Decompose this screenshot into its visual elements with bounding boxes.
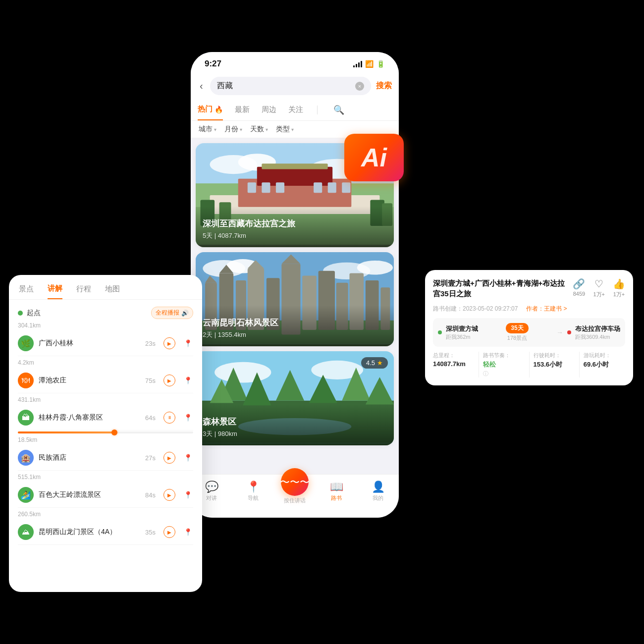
navigation-icon: 📍 — [247, 481, 260, 493]
route-time-2: 75s — [145, 377, 156, 384]
tab-hot[interactable]: 热门 🔥 — [198, 99, 223, 120]
left-lecture-panel: 景点 讲解 行程 地图 起点 全程播报 🔊 304.1km 🌿 广西小桂林 23… — [9, 275, 202, 592]
filter-days[interactable]: 天数 ▾ — [250, 125, 268, 134]
thumb-action[interactable]: 👍 1万+ — [613, 278, 625, 298]
km-304: 304.1km — [18, 322, 193, 329]
clear-search-button[interactable]: × — [355, 82, 364, 91]
signal-icon — [353, 61, 362, 67]
routebook-icon: 📖 — [330, 481, 343, 493]
travel-card-3[interactable]: 4.5 ★ 森林景区 3天 | 980km — [196, 351, 394, 445]
card-stats: 总里程： 14087.7km 路书节奏： 轻松 ⓘ 行驶耗时： 153.6小时 … — [433, 352, 625, 377]
filter-city[interactable]: 城市 ▾ — [199, 125, 216, 134]
search-button[interactable]: 搜索 — [376, 81, 392, 91]
card-overlay-1: 深圳至西藏布达拉宫之旅 5天 | 4087.7km — [196, 206, 394, 247]
tab-map[interactable]: 地图 — [105, 284, 120, 299]
route-item-6: ⛰ 昆明西山龙门景区（4A） 35s ▶ 📍 — [18, 520, 193, 545]
location-btn-4[interactable]: 📍 — [182, 452, 193, 463]
center-talk-button[interactable]: 〜〜〜 — [281, 468, 309, 496]
route-item-4: 🏨 民族酒店 27s ▶ 📍 — [18, 445, 193, 471]
pause-btn-3[interactable]: ⏸ — [163, 412, 175, 424]
speaker-icon: 🔊 — [181, 310, 189, 317]
route-icon-5: 🏄 — [18, 487, 34, 503]
tab-follow[interactable]: 关注 — [288, 100, 303, 120]
author-link[interactable]: 作者：王建书 > — [526, 305, 567, 312]
broadcast-btn[interactable]: 全程播报 🔊 — [151, 307, 193, 319]
nav-label-talk: 对讲 — [206, 494, 217, 502]
play-btn-2[interactable]: ▶ — [163, 375, 175, 386]
stat-divider-2 — [529, 352, 530, 377]
location-btn-6[interactable]: 📍 — [182, 527, 193, 537]
end-city-name: 布达拉宫停车场 — [575, 324, 620, 333]
search-input-wrap[interactable]: 西藏 × — [210, 77, 371, 95]
route-name-5: 百色大王岭漂流景区 — [39, 490, 140, 499]
stat-drive-value: 153.6小时 — [534, 360, 575, 369]
progress-fill-3 — [18, 431, 114, 433]
travel-card-2[interactable]: 云南昆明石林风景区 2天 | 1355.4km — [196, 252, 394, 346]
route-time-3: 64s — [145, 414, 156, 422]
tab-itinerary[interactable]: 行程 — [76, 284, 91, 299]
location-btn-3[interactable]: 📍 — [182, 412, 193, 423]
tab-nearby[interactable]: 周边 — [262, 100, 276, 120]
chevron-down-icon-2: ▾ — [240, 127, 242, 132]
main-phone: 9:27 📶 🔋 ‹ 西藏 × 搜索 热门 🔥 最新 — [191, 52, 399, 518]
tab-separator — [317, 106, 318, 114]
start-city-info: 深圳壹方城 距我362m — [446, 324, 478, 341]
card-subtitle-2: 2天 | 1355.4km — [203, 330, 387, 339]
back-button[interactable]: ‹ — [198, 80, 205, 92]
location-btn-5[interactable]: 📍 — [182, 489, 193, 500]
search-bar: ‹ 西藏 × 搜索 — [191, 73, 399, 99]
tab-lecture[interactable]: 讲解 — [48, 284, 62, 299]
stat-divider-3 — [579, 352, 580, 377]
tab-latest[interactable]: 最新 — [235, 100, 250, 120]
card-title-3: 森林景区 — [203, 416, 387, 428]
spots-count: 178景点 — [507, 334, 527, 342]
left-content-area: 起点 全程播报 🔊 304.1km 🌿 广西小桂林 23s ▶ 📍 4.2km … — [9, 300, 202, 552]
location-btn-1[interactable]: 📍 — [182, 338, 193, 349]
nav-navigation[interactable]: 📍 导航 — [232, 481, 274, 502]
nav-center[interactable]: 〜〜〜 按住讲话 — [274, 478, 316, 504]
search-tab-icon[interactable]: 🔍 — [333, 105, 344, 115]
nav-profile[interactable]: 👤 我的 — [357, 481, 399, 502]
status-time: 9:27 — [205, 59, 221, 69]
filter-type[interactable]: 类型 ▾ — [276, 125, 294, 134]
location-btn-2[interactable]: 📍 — [182, 375, 193, 386]
route-time-5: 84s — [145, 491, 156, 499]
created-label: 路书创建：2023-05-02 09:27:07 — [433, 305, 518, 312]
route-icon-2: 🍽 — [18, 373, 34, 388]
route-name-4: 民族酒店 — [39, 453, 140, 462]
svg-rect-14 — [328, 182, 336, 193]
play-btn-6[interactable]: ▶ — [163, 526, 175, 538]
like-count: 1万+ — [593, 291, 605, 298]
share-action[interactable]: 🔗 8459 — [573, 278, 585, 298]
route-start-row: 起点 全程播报 🔊 — [18, 307, 193, 319]
progress-bar-3[interactable] — [18, 431, 193, 433]
stat-play: 游玩耗时： 69.6小时 — [584, 352, 625, 377]
start-label: 起点 — [27, 309, 41, 318]
thumb-icon: 👍 — [613, 278, 625, 290]
play-btn-1[interactable]: ▶ — [163, 337, 175, 349]
scroll-content[interactable]: 4.7 ★ 深圳至西藏布达拉宫之旅 5天 | 4087.7km — [191, 138, 399, 518]
end-route-dot — [567, 330, 571, 334]
route-name-6: 昆明西山龙门景区（4A） — [39, 528, 140, 537]
nav-routebook[interactable]: 📖 路书 — [316, 481, 357, 502]
like-action[interactable]: ♡ 1万+ — [593, 278, 605, 298]
route-item-3: 🏔 桂林丹霞·八角寨景区 64s ⏸ 📍 — [18, 405, 193, 430]
filter-month[interactable]: 月份 ▾ — [224, 125, 242, 134]
tab-attractions[interactable]: 景点 — [19, 284, 34, 299]
svg-point-25 — [357, 261, 393, 275]
start-city-dist: 距我362m — [446, 333, 478, 341]
card-image-2: 云南昆明石林风景区 2天 | 1355.4km — [196, 252, 394, 346]
route-display: 深圳壹方城 距我362m 35天 178景点 → 布达拉宫停车场 距我3609.… — [433, 318, 625, 347]
heart-icon: ♡ — [594, 278, 603, 290]
route-item-1: 🌿 广西小桂林 23s ▶ 📍 — [18, 331, 193, 356]
km-18: 18.5km — [18, 436, 193, 443]
start-dot — [18, 311, 23, 316]
chevron-down-icon: ▾ — [214, 127, 216, 132]
search-query: 西藏 — [217, 81, 351, 91]
play-btn-4[interactable]: ▶ — [163, 452, 175, 464]
card-overlay-2: 云南昆明石林风景区 2天 | 1355.4km — [196, 305, 394, 346]
nav-label-nav: 导航 — [248, 494, 259, 502]
km-260: 260.5km — [18, 511, 193, 518]
play-btn-5[interactable]: ▶ — [163, 489, 175, 501]
progress-dot-3 — [111, 429, 117, 435]
